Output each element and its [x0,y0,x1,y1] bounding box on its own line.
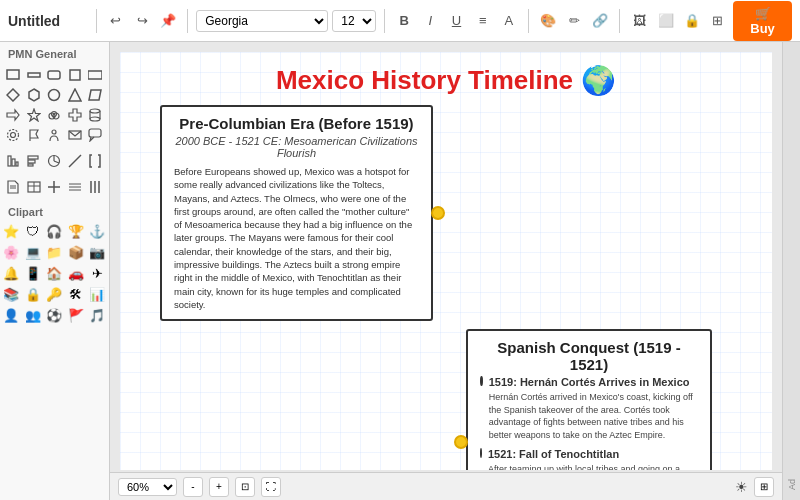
shape-person[interactable] [45,126,63,144]
clipart-ball[interactable]: ⚽ [45,306,63,324]
app-title: Untitled [8,13,88,29]
clipart-lock[interactable]: 🔒 [24,285,42,303]
clipart-books[interactable]: 📚 [2,285,20,303]
clipart-phone[interactable]: 📱 [24,264,42,282]
shape-line[interactable] [66,152,84,170]
buy-button[interactable]: 🛒 Buy [733,1,792,41]
shape-gear[interactable] [4,126,22,144]
underline-button[interactable]: U [445,7,467,35]
text-button[interactable]: A [498,7,520,35]
shape-diamond[interactable] [4,86,22,104]
clipart-home[interactable]: 🏠 [45,264,63,282]
shape-lines[interactable] [66,178,84,196]
shape-bracket[interactable] [86,152,104,170]
shape-rectangle[interactable] [4,66,22,84]
pre-columbian-box[interactable]: Pre-Columbian Era (Before 1519) 2000 BCE… [160,105,433,321]
clipart-tools[interactable]: 🛠 [67,285,85,303]
shape-plus[interactable] [45,178,63,196]
clipart-key[interactable]: 🔑 [45,285,63,303]
clipart-shield[interactable]: 🛡 [24,222,42,240]
zoom-select[interactable]: 60% 75% 100% 150% [118,478,177,496]
shape-triangle[interactable] [66,86,84,104]
sun-icon: ☀ [735,479,748,495]
shape-pie[interactable] [45,152,63,170]
font-family-select[interactable]: Georgia Arial Times New Roman [196,10,328,32]
shape-bar-h[interactable] [25,152,43,170]
bullet-cortes [480,376,483,386]
grid-button[interactable]: ⊞ [707,7,729,35]
svg-rect-28 [28,160,35,163]
fullscreen-button[interactable]: ⛶ [261,477,281,497]
zoom-out-button[interactable]: - [183,477,203,497]
clipart-anchor[interactable]: ⚓ [88,222,106,240]
svg-rect-3 [70,70,80,80]
svg-point-21 [52,130,56,134]
clipart-bell[interactable]: 🔔 [2,264,20,282]
clipart-people2[interactable]: 👥 [24,306,42,324]
shape-parallelogram[interactable] [86,86,104,104]
list-button[interactable]: ≡ [472,7,494,35]
link-button[interactable]: 🔗 [589,7,611,35]
shape-rounded-rect[interactable] [45,66,63,84]
clipart-flower[interactable]: 🌸 [2,243,20,261]
clipart-car[interactable]: 🚗 [67,264,85,282]
svg-rect-1 [28,73,40,77]
svg-rect-4 [88,71,102,79]
shape-star[interactable] [25,106,43,124]
shape-button[interactable]: ⬜ [654,7,676,35]
italic-button[interactable]: I [419,7,441,35]
shape-flag[interactable] [25,126,43,144]
shape-callout[interactable] [86,126,104,144]
clipart-computer[interactable]: 💻 [24,243,42,261]
clipart-flag2[interactable]: 🚩 [67,306,85,324]
svg-point-19 [11,133,16,138]
shape-bar-v[interactable] [4,152,22,170]
clipart-headphone[interactable]: 🎧 [45,222,63,240]
shape-cross[interactable] [66,106,84,124]
pin-button[interactable]: 📌 [157,7,179,35]
clipart-trophy[interactable]: 🏆 [67,222,85,240]
undo-button[interactable]: ↩ [105,7,127,35]
font-size-select[interactable]: 12 14 16 [332,10,376,32]
grid-toggle-button[interactable]: ⊞ [754,477,774,497]
clipart-box[interactable]: 📦 [67,243,85,261]
shape-grid-3 [0,174,109,200]
redo-button[interactable]: ↪ [131,7,153,35]
clipart-people1[interactable]: 👤 [2,306,20,324]
event-cortes: 1519: Hernán Cortés Arrives in Mexico He… [480,376,698,441]
lock-button[interactable]: 🔒 [681,7,703,35]
zoom-in-button[interactable]: + [209,477,229,497]
shape-wide-rect[interactable] [86,66,104,84]
shape-cylinder[interactable] [86,106,104,124]
spanish-conquest-box[interactable]: Spanish Conquest (1519 - 1521) 1519: Her… [466,329,712,470]
shape-square[interactable] [66,66,84,84]
event-cortes-text: Hernán Cortés arrived in Mexico's coast,… [489,391,698,441]
shape-bars-vert[interactable] [86,178,104,196]
shape-arrow-right[interactable] [4,106,22,124]
fit-button[interactable]: ⊡ [235,477,255,497]
pencil-button[interactable]: ✏ [563,7,585,35]
globe-icon: 🌍 [581,64,616,97]
shape-cloud[interactable] [45,106,63,124]
svg-rect-26 [16,162,18,166]
clipart-chart[interactable]: 📊 [88,285,106,303]
shape-minus[interactable] [25,66,43,84]
paint-button[interactable]: 🎨 [537,7,559,35]
shape-hexagon[interactable] [25,86,43,104]
clipart-folder[interactable]: 📁 [45,243,63,261]
image-button[interactable]: 🖼 [628,7,650,35]
clipart-music[interactable]: 🎵 [88,306,106,324]
canvas-area[interactable]: Mexico History Timeline 🌍 Pre-Columbian … [110,42,782,500]
shape-mail[interactable] [66,126,84,144]
shape-circle[interactable] [45,86,63,104]
shape-table[interactable] [25,178,43,196]
event-fall: 1521: Fall of Tenochtitlan After teaming… [480,448,698,470]
shape-doc[interactable] [4,178,22,196]
clipart-camera[interactable]: 📷 [88,243,106,261]
svg-rect-25 [12,159,15,166]
divider-4 [528,9,529,33]
bold-button[interactable]: B [393,7,415,35]
clipart-plane[interactable]: ✈ [88,264,106,282]
svg-marker-8 [69,89,81,101]
clipart-star[interactable]: ⭐ [2,222,20,240]
